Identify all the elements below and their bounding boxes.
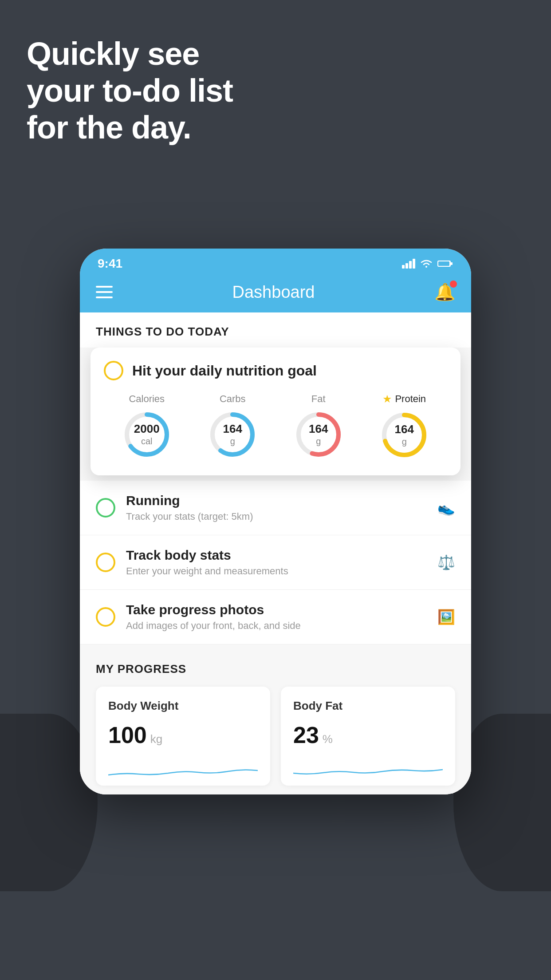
body-fat-label: Body Fat <box>293 699 443 713</box>
progress-section: MY PROGRESS Body Weight 100 kg Body Fat <box>80 644 471 794</box>
shoe-icon: 👟 <box>437 499 455 516</box>
phone-shell: 9:41 <box>80 249 471 794</box>
carbs-ring-item: Carbs 164 g <box>208 393 257 459</box>
photo-icon: 🖼️ <box>437 609 455 625</box>
star-icon: ★ <box>382 393 392 405</box>
todo-item-photos[interactable]: Take progress photos Add images of your … <box>80 590 471 644</box>
calories-ring-item: Calories 2000 cal <box>122 393 171 459</box>
todo-list: Running Track your stats (target: 5km) 👟… <box>80 481 471 644</box>
progress-section-title: MY PROGRESS <box>96 662 455 676</box>
wifi-icon <box>420 259 433 269</box>
body-weight-unit: kg <box>150 732 162 746</box>
fat-ring-item: Fat 164 g <box>294 393 343 459</box>
todo-item-body-stats[interactable]: Track body stats Enter your weight and m… <box>80 535 471 590</box>
calories-label: Calories <box>129 393 165 405</box>
carbs-label: Carbs <box>220 393 246 405</box>
status-time: 9:41 <box>98 257 122 271</box>
svg-rect-2 <box>409 261 412 269</box>
bodystats-subtitle: Enter your weight and measurements <box>126 565 427 577</box>
body-fat-value: 23 % <box>293 722 443 748</box>
status-bar: 9:41 <box>80 249 471 275</box>
todo-item-running[interactable]: Running Track your stats (target: 5km) 👟 <box>80 481 471 535</box>
header-title: Dashboard <box>232 283 315 302</box>
calories-ring: 2000 cal <box>122 410 171 459</box>
bell-button[interactable]: 🔔 <box>434 282 455 302</box>
body-fat-card[interactable]: Body Fat 23 % <box>281 687 455 786</box>
protein-ring: 164 g <box>380 411 429 459</box>
svg-rect-1 <box>405 263 408 269</box>
running-text: Running Track your stats (target: 5km) <box>126 493 427 522</box>
bodystats-title: Track body stats <box>126 548 427 563</box>
svg-rect-3 <box>413 259 415 269</box>
scale-icon: ⚖️ <box>437 554 455 571</box>
menu-icon[interactable] <box>96 286 113 298</box>
section-header-todo: THINGS TO DO TODAY <box>80 312 471 348</box>
running-subtitle: Track your stats (target: 5km) <box>126 511 427 522</box>
photos-title: Take progress photos <box>126 602 427 617</box>
app-content: THINGS TO DO TODAY Hit your daily nutrit… <box>80 312 471 794</box>
fat-ring: 164 g <box>294 410 343 459</box>
svg-rect-7 <box>438 261 449 266</box>
notification-badge <box>450 281 457 288</box>
body-weight-label: Body Weight <box>108 699 258 713</box>
bodystats-check-circle <box>96 553 115 572</box>
svg-rect-0 <box>402 265 405 269</box>
headline: Quickly see your to-do list for the day. <box>27 36 233 146</box>
running-title: Running <box>126 493 427 508</box>
nutrition-check-circle <box>104 361 123 380</box>
nutrition-goal-title: Hit your daily nutrition goal <box>132 363 317 379</box>
running-check-circle <box>96 498 115 518</box>
nutrition-card[interactable]: Hit your daily nutrition goal Calories 2… <box>91 348 460 475</box>
body-weight-chart <box>108 757 258 784</box>
photos-text: Take progress photos Add images of your … <box>126 602 427 632</box>
body-weight-number: 100 <box>108 722 147 748</box>
progress-cards: Body Weight 100 kg Body Fat 23 % <box>96 687 455 786</box>
photos-check-circle <box>96 607 115 627</box>
app-header: Dashboard 🔔 <box>80 275 471 312</box>
protein-ring-item: ★ Protein 164 g <box>380 393 429 459</box>
body-fat-number: 23 <box>293 722 319 748</box>
body-fat-unit: % <box>323 732 333 746</box>
nutrition-rings: Calories 2000 cal Carbs <box>104 393 447 459</box>
svg-rect-6 <box>451 262 453 265</box>
status-icons <box>402 259 453 269</box>
body-fat-chart <box>293 757 443 784</box>
battery-icon <box>437 260 453 268</box>
body-weight-value: 100 kg <box>108 722 258 748</box>
fat-label: Fat <box>311 393 326 405</box>
signal-icon <box>402 259 415 269</box>
protein-label: ★ Protein <box>382 393 426 405</box>
photos-subtitle: Add images of your front, back, and side <box>126 620 427 632</box>
body-weight-card[interactable]: Body Weight 100 kg <box>96 687 270 786</box>
bodystats-text: Track body stats Enter your weight and m… <box>126 548 427 577</box>
carbs-ring: 164 g <box>208 410 257 459</box>
